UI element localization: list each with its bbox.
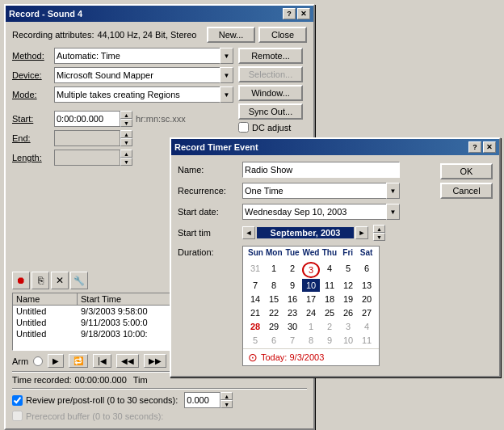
cal-cell[interactable]: 3 <box>339 320 357 333</box>
selection-button[interactable]: Selection... <box>238 66 303 82</box>
cal-cell[interactable]: 14 <box>246 293 264 306</box>
cal-cell[interactable]: 9 <box>284 279 301 292</box>
cal-cell[interactable]: 1 <box>265 262 283 278</box>
review-checkbox[interactable] <box>12 395 23 406</box>
start-input[interactable]: 0:00:00.000 <box>54 111 120 127</box>
timer-name-input[interactable]: Radio Show <box>242 162 400 178</box>
cal-cell[interactable]: 9 <box>321 334 338 347</box>
length-input[interactable] <box>54 150 120 166</box>
window-button[interactable]: Window... <box>238 85 303 101</box>
cal-cell[interactable]: 26 <box>339 306 357 319</box>
start-date-select[interactable]: Wednesday Sep 10, 2003 <box>242 204 400 220</box>
remote-button[interactable]: Remote... <box>238 48 303 64</box>
dc-adjust-checkbox[interactable] <box>238 122 249 133</box>
cal-cell[interactable]: 22 <box>265 306 283 319</box>
cal-cell[interactable]: 8 <box>265 279 283 292</box>
cal-cell[interactable]: 2 <box>284 262 301 278</box>
cal-cell[interactable]: 6 <box>358 262 376 278</box>
toolbar-delete-btn[interactable]: ✕ <box>51 272 69 289</box>
ok-button[interactable]: OK <box>440 163 493 179</box>
cancel-button[interactable]: Cancel <box>440 183 493 199</box>
timer-window: Record Timer Event ? ✕ Name: Radio Show … <box>170 137 501 377</box>
toolbar-settings-btn[interactable]: 🔧 <box>70 272 88 289</box>
cal-cell[interactable]: 1 <box>302 320 320 333</box>
cal-cell-selected[interactable]: 10 <box>302 279 320 292</box>
cal-cell[interactable]: 31 <box>246 262 264 278</box>
cal-cell[interactable]: 16 <box>284 293 301 306</box>
review-down-btn[interactable]: ▼ <box>220 400 233 408</box>
start-spinner: 0:00:00.000 ▲ ▼ <box>54 111 132 127</box>
cal-cell[interactable]: 5 <box>339 262 357 278</box>
toolbar-record-btn[interactable]: ⏺ <box>12 272 30 289</box>
end-up-btn[interactable]: ▲ <box>120 130 132 138</box>
timer-help-btn[interactable]: ? <box>468 141 481 153</box>
rw-btn[interactable]: ◀◀ <box>116 354 139 368</box>
end-down-btn[interactable]: ▼ <box>120 138 132 146</box>
new-button[interactable]: New... <box>207 27 255 43</box>
cal-cell[interactable]: 11 <box>358 334 376 347</box>
cal-cell[interactable]: 12 <box>339 279 357 292</box>
sync-out-button[interactable]: Sync Out... <box>238 103 303 120</box>
cal-cell[interactable]: 17 <box>302 293 320 306</box>
recurrence-select[interactable]: One Time <box>242 183 400 199</box>
cal-cell[interactable]: 2 <box>321 320 338 333</box>
row3-name: Untitled <box>13 329 78 339</box>
cal-cell[interactable]: 7 <box>284 334 301 347</box>
mode-select[interactable]: Multiple takes creating Regions <box>54 86 233 103</box>
start-down-btn[interactable]: ▼ <box>120 119 132 127</box>
timer-close-btn[interactable]: ✕ <box>483 141 496 153</box>
cal-cell[interactable]: 29 <box>265 320 283 333</box>
record-close-btn[interactable]: ✕ <box>297 8 310 19</box>
cal-cell[interactable]: 23 <box>284 306 301 319</box>
length-up-btn[interactable]: ▲ <box>120 150 132 158</box>
prev-btn[interactable]: |◀ <box>93 354 111 368</box>
cal-spinner: ▲ ▼ <box>373 225 385 241</box>
device-select[interactable]: Microsoft Sound Mapper <box>54 67 233 83</box>
prerecord-checkbox[interactable] <box>12 411 23 421</box>
review-up-btn[interactable]: ▲ <box>220 392 233 400</box>
length-down-btn[interactable]: ▼ <box>120 158 132 166</box>
cal-cell[interactable]: 21 <box>246 306 264 319</box>
ff-btn[interactable]: ▶▶ <box>144 354 166 368</box>
cal-cell[interactable]: 13 <box>358 279 376 292</box>
start-up-btn[interactable]: ▲ <box>120 111 132 119</box>
cal-cell[interactable]: 8 <box>302 334 320 347</box>
cal-next-btn[interactable]: ► <box>355 226 368 239</box>
cal-cell[interactable]: 20 <box>358 293 376 306</box>
cal-cell[interactable]: 25 <box>321 306 338 319</box>
separator-2 <box>12 388 307 389</box>
cal-cell[interactable]: 18 <box>321 293 338 306</box>
cal-cell-today[interactable]: 3 <box>302 262 320 278</box>
record-help-btn[interactable]: ? <box>283 8 296 19</box>
play-btn[interactable]: ▶ <box>48 354 64 368</box>
cal-today-bar[interactable]: ⊙ Today: 9/3/2003 <box>243 348 379 365</box>
cal-cell[interactable]: 4 <box>321 262 338 278</box>
arm-radio[interactable] <box>33 356 43 366</box>
attributes-label: Recording attributes: <box>12 30 94 40</box>
cal-cell[interactable]: 4 <box>358 320 376 333</box>
cal-cell[interactable]: 5 <box>246 334 264 347</box>
cal-cell[interactable]: 11 <box>321 279 338 292</box>
cal-down-btn[interactable]: ▼ <box>373 233 385 241</box>
cal-cell[interactable]: 7 <box>246 279 264 292</box>
loop-btn[interactable]: 🔁 <box>69 354 88 368</box>
start-time-col-header[interactable]: Start Time <box>78 293 174 305</box>
cal-cell[interactable]: 15 <box>265 293 283 306</box>
cal-prev-btn[interactable]: ◄ <box>242 226 255 239</box>
toolbar-copy-btn[interactable]: ⎘ <box>32 272 49 289</box>
cal-cell[interactable]: 6 <box>265 334 283 347</box>
cal-cell[interactable]: 27 <box>358 306 376 319</box>
name-col-header[interactable]: Name <box>13 293 78 305</box>
start-time-row: Start tim ◄ September, 2003 ► ▲ ▼ <box>178 225 434 241</box>
cal-cell[interactable]: 24 <box>302 306 320 319</box>
cal-cell[interactable]: 10 <box>339 334 357 347</box>
review-input[interactable]: 0.000 <box>184 392 220 408</box>
cal-up-btn[interactable]: ▲ <box>373 225 385 233</box>
close-button[interactable]: Close <box>258 27 307 43</box>
cal-cell[interactable]: 28 <box>246 320 264 333</box>
method-select[interactable]: Automatic: Time <box>54 48 233 64</box>
end-input[interactable] <box>54 130 120 146</box>
timer-title-bar: Record Timer Event ? ✕ <box>171 139 499 155</box>
cal-cell[interactable]: 19 <box>339 293 357 306</box>
cal-cell[interactable]: 30 <box>284 320 301 333</box>
